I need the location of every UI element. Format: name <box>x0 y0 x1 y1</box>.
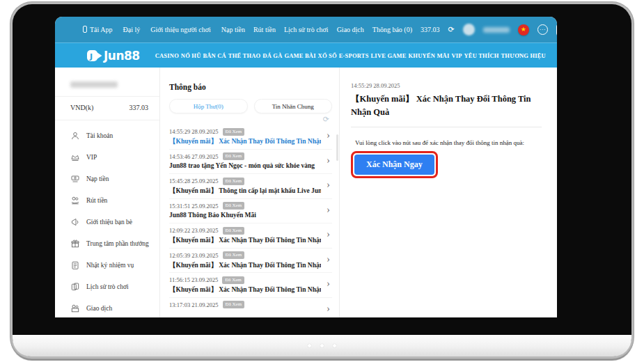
message-title: 【Khuyến mãi】 Thông tin cấp lại mật khẩu … <box>169 187 321 196</box>
nav-yeu-thich[interactable]: YÊU THÍCH <box>464 52 499 59</box>
message-row[interactable]: 15:31:51 25.09.2025Đã Xem Jun88 Thông Bá… <box>169 199 332 224</box>
sidebar-item-label: Rút tiền <box>86 197 107 204</box>
nav-esports[interactable]: E-SPORTS <box>339 52 369 59</box>
sidebar-item-giao-dich[interactable]: Giao dịch <box>55 297 159 317</box>
message-row[interactable]: 12:05:39 23.09.2025Đã Xem 【Khuyến mãi】 X… <box>169 249 332 274</box>
message-title: 【Khuyến mãi】 Xác Nhận Thay Đổi Thông Tin… <box>169 137 321 146</box>
currency-label: VND(k) <box>70 104 93 111</box>
chevron-right-icon: › <box>327 303 330 315</box>
nav-thuong-hieu[interactable]: THƯƠNG HIỆU <box>501 52 546 59</box>
refresh-balance-icon[interactable]: ⟳ <box>448 25 455 34</box>
svg-text:J: J <box>89 52 93 61</box>
jun88-logo-icon: J <box>87 49 102 62</box>
sidebar-item-nhat-ky-nhiem-vu[interactable]: Nhật ký nhiệm vụ <box>55 254 159 276</box>
message-row[interactable]: 14:53:46 27.09.2025Đã Xem Jun88 trao tặn… <box>169 150 332 175</box>
notifications-column: Thông báo Hộp Thư(0) Tin Nhắn Chung ⟳ 14… <box>160 68 340 317</box>
detail-title: 【Khuyến mãi】 Xác Nhận Thay Đổi Thông Tin… <box>351 93 542 127</box>
sidebar-username-redacted <box>70 81 118 88</box>
nav-game-bai[interactable]: GAME BÀI <box>284 52 315 59</box>
notification-tabs: Hộp Thư(0) Tin Nhắn Chung <box>169 99 332 113</box>
sidebar-item-label: Lịch sử trò chơi <box>86 283 129 290</box>
brand-logo[interactable]: J Jun88 <box>87 49 140 63</box>
nav-khuyen-mai[interactable]: KHUYẾN MÃI <box>409 52 450 59</box>
chevron-right-icon: › <box>327 179 330 191</box>
chevron-right-icon: › <box>327 228 330 240</box>
message-time: 15:31:51 25.09.2025 <box>169 203 219 210</box>
sidebar-item-trung-tam-phan-thuong[interactable]: Trung tâm phần thưởng <box>55 233 159 254</box>
tab-tin-nhan-chung[interactable]: Tin Nhắn Chung <box>254 99 333 113</box>
link-giao-dich[interactable]: Giao dịch <box>337 26 364 33</box>
message-row[interactable]: 15:45:28 25.09.2025Đã Xem 【Khuyến mãi】 T… <box>169 174 332 199</box>
nav-no-hu[interactable]: NỔ HŨ <box>181 52 201 59</box>
nav-da-ga[interactable]: ĐÁ GÀ <box>262 52 282 59</box>
sidebar-item-label: Giới thiệu bạn bè <box>86 219 132 226</box>
tab-hop-thu[interactable]: Hộp Thư(0) <box>169 99 248 113</box>
seen-badge: Đã Xem <box>222 276 244 284</box>
sidebar-item-vip[interactable]: VIP <box>55 146 159 168</box>
sidebar-item-gioi-thieu-ban-be[interactable]: Giới thiệu bạn bè <box>55 211 159 233</box>
carousel-dot[interactable] <box>333 344 336 347</box>
chat-support-icon[interactable]: ··· <box>537 24 548 35</box>
scrollbar-thumb[interactable] <box>336 134 338 161</box>
link-nap-tien[interactable]: Nạp tiền <box>221 26 245 33</box>
message-title: 【Khuyến mãi】 Xác Nhận Thay Đổi Thông Tin… <box>169 285 321 294</box>
carousel-dot[interactable] <box>320 344 324 347</box>
vip-badge-icon <box>70 152 80 162</box>
top-utility-bar: Tải App Đại lý Giới thiệu người chơi Nạp… <box>55 17 557 42</box>
nav-xo-so[interactable]: XỔ SỐ <box>318 52 337 59</box>
chevron-right-icon: › <box>327 129 330 141</box>
refresh-list-icon[interactable]: ⟳ <box>169 113 332 125</box>
laptop-base <box>13 334 631 356</box>
nav-the-thao[interactable]: THỂ THAO <box>228 52 261 59</box>
message-time: 14:53:46 27.09.2025 <box>169 153 219 160</box>
topbar-right-links: Nạp tiền Rút tiền Lịch sử trò chơi Giao … <box>221 24 557 36</box>
chevron-right-icon: › <box>327 155 330 166</box>
wallet-balance: 337.03 <box>129 104 149 111</box>
seen-badge: Đã Xem <box>223 227 245 235</box>
link-tai-app[interactable]: Tải App <box>83 26 113 33</box>
flag-star: ★ <box>521 26 526 33</box>
nav-vip[interactable]: VIP <box>451 52 462 59</box>
referral-icon <box>70 217 80 227</box>
sidebar-item-rut-tien[interactable]: Rút tiền <box>55 189 159 211</box>
gift-icon <box>70 239 80 249</box>
vietnam-flag-icon[interactable]: ★ <box>518 24 529 36</box>
sidebar-item-tai-khoan[interactable]: Tài khoản <box>55 125 159 146</box>
detail-body-text: Vui lòng click vào nút sau để xác nhận t… <box>351 139 542 146</box>
brand-name: Jun88 <box>104 49 140 63</box>
notifications-title: Thông báo <box>169 83 332 91</box>
message-time: 13:17:03 21.09.2025 <box>169 301 219 308</box>
message-row[interactable]: 11:56:15 23.09.2025Đã Xem 【Khuyến mãi】 X… <box>169 273 332 298</box>
link-gioi-thieu-nguoi-choi[interactable]: Giới thiệu người chơi <box>150 26 211 33</box>
sidebar-item-nap-tien[interactable]: Nạp tiền <box>55 168 159 189</box>
message-time: 14:55:29 28.09.2025 <box>169 128 219 135</box>
link-dai-ly[interactable]: Đại lý <box>123 26 141 33</box>
notification-counter[interactable]: Thông báo (0) <box>372 26 412 33</box>
message-time: 15:45:28 25.09.2025 <box>169 178 219 184</box>
confirm-now-button[interactable]: Xác Nhận Ngay <box>354 155 434 175</box>
seen-badge: Đã Xem <box>223 251 245 259</box>
chevron-right-icon: › <box>327 278 330 290</box>
chevron-right-icon: › <box>327 204 330 216</box>
link-lich-su-tro-choi[interactable]: Lịch sử trò chơi <box>284 26 329 33</box>
avatar[interactable] <box>463 24 475 36</box>
message-row[interactable]: 14:55:29 28.09.2025Đã Xem 【Khuyến mãi】 X… <box>169 125 332 150</box>
logout-button[interactable]: Đăng xuất <box>556 24 557 36</box>
sidebar-item-lich-su-tro-choi[interactable]: Lịch sử trò chơi <box>55 276 159 297</box>
link-rut-tien[interactable]: Rút tiền <box>253 26 276 33</box>
wallet-row: VND(k) 337.03 <box>55 96 159 120</box>
message-row[interactable]: 12:09:22 23.09.2025Đã Xem 【Khuyến mãi】 X… <box>169 223 332 249</box>
topbar-left-links: Tải App Đại lý Giới thiệu người chơi <box>83 26 211 33</box>
nav-menu: CASINO NỔ HŨ BẮN CÁ THỂ THAO ĐÁ GÀ GAME … <box>147 52 550 59</box>
username-redacted <box>483 27 510 33</box>
seen-badge: Đã Xem <box>223 301 245 308</box>
nav-live-game[interactable]: LIVE GAME <box>371 52 407 59</box>
message-time: 12:09:22 23.09.2025 <box>169 227 219 234</box>
nav-casino[interactable]: CASINO <box>155 52 179 59</box>
message-row[interactable]: 13:17:03 21.09.2025Đã Xem › <box>169 298 332 318</box>
chevron-right-icon: › <box>327 253 330 265</box>
seen-badge: Đã Xem <box>223 202 245 210</box>
carousel-dot[interactable] <box>308 344 311 347</box>
nav-ban-ca[interactable]: BẮN CÁ <box>203 52 226 59</box>
game-history-icon <box>70 282 80 292</box>
